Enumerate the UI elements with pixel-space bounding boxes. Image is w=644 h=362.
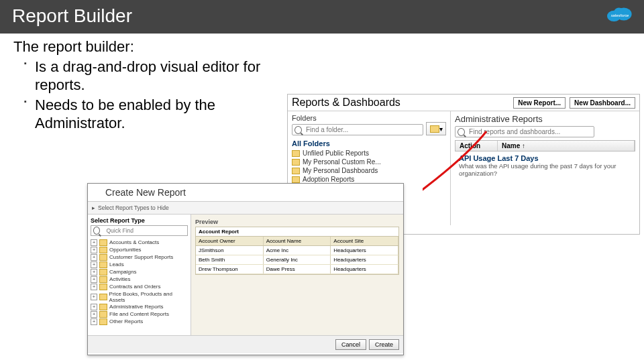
tree-item[interactable]: +Other Reports — [91, 318, 188, 325]
quick-find-search[interactable] — [91, 225, 188, 236]
folder-item[interactable]: My Personal Custom Re... — [292, 158, 446, 166]
expand-icon[interactable]: + — [91, 318, 97, 325]
bullet-1: Is a drag-and-drop visual editor for rep… — [25, 58, 282, 95]
report-swirl-icon — [92, 188, 101, 197]
tree-item[interactable]: +Contracts and Orders — [91, 283, 188, 290]
expand-icon[interactable]: + — [91, 269, 97, 276]
folder-icon — [99, 318, 107, 325]
create-report-title: Create New Report — [105, 187, 186, 198]
folder-icon — [99, 311, 107, 318]
cancel-button[interactable]: Cancel — [335, 339, 366, 350]
folder-icon — [99, 294, 107, 300]
admin-reports-label: Administrative Reports — [455, 114, 635, 124]
report-type-tree: +Accounts & Contacts +Opportunities +Cus… — [91, 239, 188, 325]
folder-list: Unfiled Public Reports My Personal Custo… — [292, 149, 446, 184]
tree-item[interactable]: +File and Content Reports — [91, 310, 188, 318]
expand-icon[interactable]: + — [91, 261, 97, 268]
expand-icon[interactable]: + — [91, 239, 97, 246]
folder-icon — [292, 168, 300, 174]
folder-icon — [99, 239, 107, 246]
intro-text: The report builder: — [13, 38, 282, 56]
expand-icon[interactable]: + — [91, 294, 97, 300]
tree-item[interactable]: +Opportunities — [91, 246, 188, 253]
salesforce-logo-icon: salesforce — [605, 4, 635, 24]
folder-icon — [99, 254, 107, 261]
folder-icon — [292, 159, 300, 166]
new-report-button[interactable]: New Report... — [513, 97, 566, 109]
tree-item[interactable]: +Customer Support Reports — [91, 253, 188, 261]
folder-icon — [99, 261, 107, 268]
folder-item[interactable]: My Personal Dashboards — [292, 166, 446, 175]
tree-item[interactable]: +Accounts & Contacts — [91, 239, 188, 246]
col-action[interactable]: Action — [455, 141, 498, 151]
folder-icon — [430, 125, 439, 133]
find-reports-input[interactable] — [468, 127, 592, 136]
folder-icon — [99, 247, 107, 253]
slide-title: Report Builder — [12, 5, 132, 26]
new-folder-button[interactable]: ▾ — [426, 122, 446, 135]
all-folders-header[interactable]: All Folders — [292, 139, 446, 147]
expand-icon[interactable]: + — [91, 284, 97, 290]
folder-icon — [292, 176, 300, 183]
create-new-report-window: Create New Report ▸ Select Report Types … — [87, 183, 404, 355]
expand-icon[interactable]: + — [91, 276, 97, 283]
preview-label: Preview — [195, 219, 399, 225]
preview-col: Account Site — [331, 237, 398, 245]
new-dashboard-button[interactable]: New Dashboard... — [570, 97, 635, 109]
bullet-2: Needs to be enabled by the Administrator… — [25, 96, 282, 133]
preview-table-title: Account Report — [196, 227, 398, 237]
preview-row: JSmithsonAcme IncHeadquarters — [196, 246, 398, 255]
find-reports-search[interactable] — [455, 126, 594, 137]
tree-item[interactable]: +Activities — [91, 276, 188, 283]
folder-icon — [292, 150, 300, 157]
search-icon — [458, 128, 465, 136]
create-report-subtitle[interactable]: Select Report Types to Hide — [98, 204, 169, 211]
preview-table: Account Report Account Owner Account Nam… — [195, 227, 399, 275]
slide-body: The report builder: Is a drag-and-drop v… — [0, 34, 295, 133]
folder-icon — [99, 276, 107, 283]
preview-col: Account Name — [264, 237, 331, 245]
expand-icon[interactable]: + — [91, 304, 97, 310]
search-icon — [294, 126, 302, 134]
find-folder-search[interactable] — [292, 124, 423, 135]
search-icon — [93, 227, 100, 235]
preview-row: Drew ThompsonDawe PressHeadquarters — [196, 265, 398, 274]
tree-item[interactable]: +Campaigns — [91, 268, 188, 276]
quick-find-input[interactable] — [105, 227, 185, 235]
folders-label: Folders — [292, 114, 446, 122]
report-name: API Usage Last 7 Days — [459, 154, 631, 162]
folder-icon — [99, 284, 107, 290]
tree-item[interactable]: +Administrative Reports — [91, 303, 188, 310]
reports-dashboards-heading: Reports & Dashboards — [292, 97, 400, 109]
tree-item[interactable]: +Leads — [91, 261, 188, 268]
expand-icon[interactable]: + — [91, 254, 97, 261]
folder-icon — [99, 269, 107, 276]
folder-icon — [99, 304, 107, 310]
report-row[interactable]: API Usage Last 7 Days What was the API u… — [455, 152, 635, 180]
find-folder-input[interactable] — [305, 125, 421, 134]
report-desc: What was the API usage during the past 7… — [459, 162, 631, 177]
expand-icon[interactable]: + — [91, 311, 97, 318]
select-report-type-header: Select Report Type — [91, 217, 188, 224]
col-name[interactable]: Name ↑ — [498, 141, 635, 151]
preview-col: Account Owner — [196, 237, 264, 245]
reports-table-header: Action Name ↑ — [455, 140, 635, 152]
svg-text:salesforce: salesforce — [611, 13, 629, 17]
slide-title-bar: Report Builder salesforce — [0, 0, 644, 34]
expand-icon[interactable]: + — [91, 247, 97, 253]
preview-row: Beth SmithGenerally IncHeadquarters — [196, 255, 398, 265]
folder-item[interactable]: Unfiled Public Reports — [292, 149, 446, 158]
tree-item[interactable]: +Price Books, Products and Assets — [91, 290, 188, 303]
create-button[interactable]: Create — [369, 339, 399, 350]
